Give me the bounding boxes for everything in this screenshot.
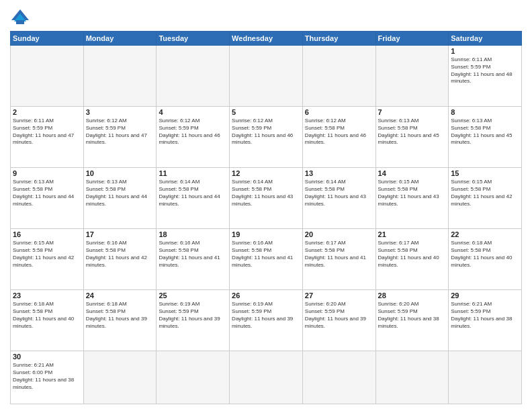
day-number: 24 bbox=[86, 291, 154, 300]
calendar-cell: 10Sunrise: 6:13 AMSunset: 5:58 PMDayligh… bbox=[83, 168, 157, 229]
calendar-cell bbox=[83, 351, 157, 404]
calendar-cell: 30Sunrise: 6:21 AMSunset: 6:00 PMDayligh… bbox=[11, 351, 84, 404]
cell-info: Sunrise: 6:15 AMSunset: 5:58 PMDaylight:… bbox=[13, 240, 81, 269]
calendar-cell bbox=[230, 351, 303, 404]
calendar-cell: 15Sunrise: 6:15 AMSunset: 5:58 PMDayligh… bbox=[449, 168, 522, 229]
day-number: 5 bbox=[232, 108, 300, 116]
calendar-cell: 22Sunrise: 6:18 AMSunset: 5:58 PMDayligh… bbox=[449, 229, 522, 290]
calendar-cell bbox=[375, 351, 449, 404]
cell-info: Sunrise: 6:16 AMSunset: 5:58 PMDaylight:… bbox=[232, 240, 300, 269]
calendar-cell: 19Sunrise: 6:16 AMSunset: 5:58 PMDayligh… bbox=[230, 229, 303, 290]
cell-info: Sunrise: 6:13 AMSunset: 5:58 PMDaylight:… bbox=[86, 179, 154, 208]
calendar-cell: 28Sunrise: 6:20 AMSunset: 5:59 PMDayligh… bbox=[375, 290, 449, 351]
col-header-thursday: Thursday bbox=[302, 32, 375, 46]
day-number: 6 bbox=[305, 108, 373, 116]
day-number: 21 bbox=[378, 230, 447, 238]
calendar-cell: 13Sunrise: 6:14 AMSunset: 5:58 PMDayligh… bbox=[302, 168, 375, 229]
cell-info: Sunrise: 6:16 AMSunset: 5:58 PMDaylight:… bbox=[159, 240, 227, 269]
calendar-cell: 18Sunrise: 6:16 AMSunset: 5:58 PMDayligh… bbox=[157, 229, 230, 290]
day-number: 13 bbox=[305, 169, 373, 177]
calendar-cell: 20Sunrise: 6:17 AMSunset: 5:58 PMDayligh… bbox=[302, 229, 375, 290]
day-number: 28 bbox=[378, 291, 447, 300]
cell-info: Sunrise: 6:21 AMSunset: 6:00 PMDaylight:… bbox=[13, 362, 81, 391]
calendar-cell bbox=[11, 46, 84, 107]
cell-info: Sunrise: 6:18 AMSunset: 5:58 PMDaylight:… bbox=[86, 301, 154, 330]
day-number: 19 bbox=[232, 230, 300, 238]
day-number: 25 bbox=[159, 291, 227, 300]
col-header-monday: Monday bbox=[83, 32, 157, 46]
calendar-cell: 2Sunrise: 6:11 AMSunset: 5:59 PMDaylight… bbox=[11, 107, 84, 168]
cell-info: Sunrise: 6:17 AMSunset: 5:58 PMDaylight:… bbox=[378, 240, 447, 269]
calendar-cell: 6Sunrise: 6:12 AMSunset: 5:58 PMDaylight… bbox=[302, 107, 375, 168]
cell-info: Sunrise: 6:14 AMSunset: 5:58 PMDaylight:… bbox=[232, 179, 300, 208]
cell-info: Sunrise: 6:12 AMSunset: 5:58 PMDaylight:… bbox=[305, 118, 373, 146]
calendar-cell bbox=[157, 46, 230, 107]
cell-info: Sunrise: 6:19 AMSunset: 5:59 PMDaylight:… bbox=[232, 301, 300, 330]
calendar-cell: 21Sunrise: 6:17 AMSunset: 5:58 PMDayligh… bbox=[375, 229, 449, 290]
day-number: 2 bbox=[13, 108, 81, 116]
col-header-wednesday: Wednesday bbox=[230, 32, 303, 46]
calendar-cell bbox=[302, 46, 375, 107]
day-number: 15 bbox=[451, 169, 519, 177]
cell-info: Sunrise: 6:11 AMSunset: 5:59 PMDaylight:… bbox=[451, 56, 519, 85]
calendar-cell bbox=[157, 351, 230, 404]
page: SundayMondayTuesdayWednesdayThursdayFrid… bbox=[0, 0, 532, 411]
day-number: 12 bbox=[232, 169, 300, 177]
day-number: 1 bbox=[451, 47, 519, 55]
calendar-cell: 12Sunrise: 6:14 AMSunset: 5:58 PMDayligh… bbox=[230, 168, 303, 229]
calendar-cell: 23Sunrise: 6:18 AMSunset: 5:58 PMDayligh… bbox=[11, 290, 84, 351]
day-number: 10 bbox=[86, 169, 154, 177]
calendar-cell: 17Sunrise: 6:16 AMSunset: 5:58 PMDayligh… bbox=[83, 229, 157, 290]
cell-info: Sunrise: 6:14 AMSunset: 5:58 PMDaylight:… bbox=[305, 179, 373, 208]
col-header-tuesday: Tuesday bbox=[157, 32, 230, 46]
col-header-saturday: Saturday bbox=[449, 32, 522, 46]
cell-info: Sunrise: 6:20 AMSunset: 5:59 PMDaylight:… bbox=[378, 301, 447, 330]
day-number: 26 bbox=[232, 291, 300, 300]
cell-info: Sunrise: 6:13 AMSunset: 5:58 PMDaylight:… bbox=[378, 118, 447, 146]
day-number: 23 bbox=[13, 291, 81, 300]
calendar-cell: 7Sunrise: 6:13 AMSunset: 5:58 PMDaylight… bbox=[375, 107, 449, 168]
calendar-cell: 29Sunrise: 6:21 AMSunset: 5:59 PMDayligh… bbox=[449, 290, 522, 351]
day-number: 3 bbox=[86, 108, 154, 116]
calendar-cell bbox=[230, 46, 303, 107]
calendar-cell: 8Sunrise: 6:13 AMSunset: 5:58 PMDaylight… bbox=[449, 107, 522, 168]
day-number: 7 bbox=[378, 108, 447, 116]
col-header-sunday: Sunday bbox=[11, 32, 84, 46]
cell-info: Sunrise: 6:12 AMSunset: 5:59 PMDaylight:… bbox=[159, 118, 227, 146]
day-number: 20 bbox=[305, 230, 373, 238]
day-number: 9 bbox=[13, 169, 81, 177]
calendar-cell bbox=[375, 46, 449, 107]
cell-info: Sunrise: 6:13 AMSunset: 5:58 PMDaylight:… bbox=[451, 118, 519, 146]
day-number: 8 bbox=[451, 108, 519, 116]
calendar-cell: 27Sunrise: 6:20 AMSunset: 5:59 PMDayligh… bbox=[302, 290, 375, 351]
calendar-cell: 5Sunrise: 6:12 AMSunset: 5:59 PMDaylight… bbox=[230, 107, 303, 168]
day-number: 18 bbox=[159, 230, 227, 238]
cell-info: Sunrise: 6:15 AMSunset: 5:58 PMDaylight:… bbox=[378, 179, 447, 208]
cell-info: Sunrise: 6:15 AMSunset: 5:58 PMDaylight:… bbox=[451, 179, 519, 208]
cell-info: Sunrise: 6:21 AMSunset: 5:59 PMDaylight:… bbox=[451, 301, 519, 330]
calendar-cell: 25Sunrise: 6:19 AMSunset: 5:59 PMDayligh… bbox=[157, 290, 230, 351]
day-number: 14 bbox=[378, 169, 447, 177]
cell-info: Sunrise: 6:20 AMSunset: 5:59 PMDaylight:… bbox=[305, 301, 373, 330]
cell-info: Sunrise: 6:13 AMSunset: 5:58 PMDaylight:… bbox=[13, 179, 81, 208]
day-number: 29 bbox=[451, 291, 519, 300]
logo-icon bbox=[10, 7, 30, 26]
day-number: 4 bbox=[159, 108, 227, 116]
calendar-cell bbox=[83, 46, 157, 107]
cell-info: Sunrise: 6:17 AMSunset: 5:58 PMDaylight:… bbox=[305, 240, 373, 269]
cell-info: Sunrise: 6:12 AMSunset: 5:59 PMDaylight:… bbox=[86, 118, 154, 146]
calendar-cell: 1Sunrise: 6:11 AMSunset: 5:59 PMDaylight… bbox=[449, 46, 522, 107]
day-number: 30 bbox=[13, 353, 81, 361]
cell-info: Sunrise: 6:12 AMSunset: 5:59 PMDaylight:… bbox=[232, 118, 300, 146]
col-header-friday: Friday bbox=[375, 32, 449, 46]
cell-info: Sunrise: 6:11 AMSunset: 5:59 PMDaylight:… bbox=[13, 118, 81, 146]
logo bbox=[10, 7, 33, 26]
calendar-table: SundayMondayTuesdayWednesdayThursdayFrid… bbox=[10, 31, 522, 404]
cell-info: Sunrise: 6:18 AMSunset: 5:58 PMDaylight:… bbox=[13, 301, 81, 330]
calendar-cell bbox=[449, 351, 522, 404]
cell-info: Sunrise: 6:18 AMSunset: 5:58 PMDaylight:… bbox=[451, 240, 519, 269]
day-number: 27 bbox=[305, 291, 373, 300]
calendar-cell: 24Sunrise: 6:18 AMSunset: 5:58 PMDayligh… bbox=[83, 290, 157, 351]
calendar-cell: 14Sunrise: 6:15 AMSunset: 5:58 PMDayligh… bbox=[375, 168, 449, 229]
calendar-cell: 9Sunrise: 6:13 AMSunset: 5:58 PMDaylight… bbox=[11, 168, 84, 229]
